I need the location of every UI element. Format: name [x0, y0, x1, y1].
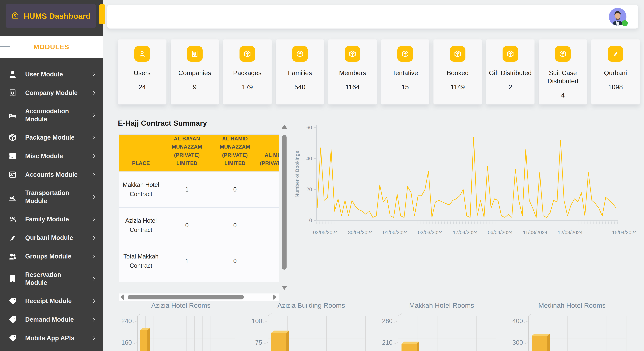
table-column-header: AL HAMID MUNAZZAM (PRIVATE) LIMITED [211, 135, 259, 171]
table-cell-value [259, 279, 279, 282]
svg-text:20: 20 [306, 187, 312, 192]
sidebar-item-label: Accounts Module [25, 171, 84, 179]
sidebar-item-label: Reservation Module [25, 271, 84, 287]
room-chart-medinah-hotel-rooms: Medinah Hotel Rooms400300 [509, 298, 635, 351]
stat-card-booked[interactable]: Booked1149 [434, 40, 482, 105]
table-vertical-scrollbar-thumb[interactable] [282, 135, 286, 270]
sidebar-item-transportation-module[interactable]: Transportation Module [0, 184, 103, 210]
svg-text:01/06/2024: 01/06/2024 [383, 230, 408, 235]
svg-text:0: 0 [309, 218, 312, 223]
stat-card-families[interactable]: Families540 [276, 40, 324, 105]
chevron-right-icon [91, 217, 97, 222]
box-icon [348, 50, 356, 58]
table-cell-value [259, 172, 279, 207]
table-cell-value: 0 [211, 208, 259, 243]
box-icon [401, 50, 409, 58]
box-icon [559, 50, 567, 58]
sidebar-item-company-module[interactable]: Company Module [0, 84, 103, 102]
stat-card-label: Packages [223, 69, 272, 77]
stat-card-value: 24 [118, 83, 166, 91]
room-chart-azizia-hotel-rooms: Azizia Hotel Rooms240160 [118, 298, 244, 351]
sidebar-item-label: Company Module [25, 89, 84, 97]
stat-cards-row: Users24Companies9Packages179Families540M… [118, 40, 640, 105]
stat-card-label: Tentative [381, 69, 430, 77]
stat-card-value: 1149 [434, 83, 482, 91]
box-icon [506, 50, 514, 58]
stat-card-suit-case-distributed[interactable]: Suit Case Distributed4 [539, 40, 587, 105]
sidebar-item-label: User Module [25, 70, 84, 78]
modules-heading-strip: MODULES [0, 36, 103, 58]
stat-card-value: 15 [381, 83, 430, 91]
svg-text:240: 240 [122, 317, 132, 324]
svg-text:02/03/2024: 02/03/2024 [418, 230, 443, 235]
stat-card-gift-distributed[interactable]: Gift Distributed2 [486, 40, 535, 105]
svg-text:60: 60 [306, 125, 312, 131]
table-header-row: PLACEAL BAYAN MUNAZZAM (PRIVATE) LIMITED… [119, 135, 279, 171]
sidebar-toggle-button[interactable] [99, 4, 105, 24]
stat-card-qurbani[interactable]: Qurbani1098 [591, 40, 640, 105]
table-cell-value: 2 [163, 279, 211, 282]
sidebar-item-accounts-module[interactable]: Accounts Module [0, 165, 103, 184]
sidebar-item-label: Transportation Module [25, 189, 84, 205]
table-vertical-scroll-down-arrow[interactable] [282, 286, 287, 290]
sidebar-item-demand-module[interactable]: Demand Module [0, 310, 103, 329]
sidebar-item-accomodation-module[interactable]: Accomodation Module [0, 102, 103, 128]
home-icon [11, 11, 20, 21]
sidebar-item-misc-module[interactable]: Misc Module [0, 147, 103, 165]
stat-card-value: 4 [539, 92, 587, 99]
table-cell-value: 0 [211, 243, 259, 279]
sidebar-item-receipt-module[interactable]: Receipt Module [0, 292, 103, 310]
sidebar-item-qurbani-module[interactable]: Qurbani Module [0, 229, 103, 247]
table-row: Makkah Hotel Contract10 [119, 171, 279, 207]
room-charts-row: Azizia Hotel Rooms240160Azizia Building … [118, 298, 641, 351]
stat-card-companies[interactable]: Companies9 [170, 40, 219, 105]
modules-heading: MODULES [34, 43, 69, 51]
stat-card-value: 1164 [328, 83, 377, 91]
bed-icon [8, 111, 17, 120]
table-row: Total Madinah Contract21 [119, 279, 279, 282]
sidebar-item-reservation-module[interactable]: Reservation Module [0, 266, 103, 292]
chevron-right-icon [91, 153, 97, 159]
svg-text:280: 280 [382, 317, 392, 324]
table-cell-place: Total Madinah Contract [119, 279, 163, 282]
box-icon [296, 50, 304, 58]
stat-card-packages[interactable]: Packages179 [223, 40, 272, 105]
chevron-right-icon [91, 172, 97, 177]
contract-summary-title: E-Hajj Contract Summary [118, 119, 288, 127]
sidebar-item-label: Demand Module [25, 315, 84, 324]
stat-card-members[interactable]: Members1164 [328, 40, 377, 105]
svg-text:75: 75 [255, 339, 262, 346]
chevron-right-icon [91, 317, 97, 322]
topbar [107, 5, 638, 29]
room-chart-title: Azizia Hotel Rooms [118, 298, 244, 312]
chevron-right-icon [91, 72, 97, 77]
chevron-right-icon [91, 254, 97, 259]
stat-card-users[interactable]: Users24 [118, 40, 166, 105]
table-cell-place: Total Makkah Contract [119, 243, 163, 279]
sidebar-item-groups-module[interactable]: Groups Module [0, 247, 103, 266]
knife-icon [612, 50, 620, 58]
sidebar-item-family-module[interactable]: Family Module [0, 210, 103, 229]
brand[interactable]: HUMS Dashboard [6, 4, 96, 28]
stat-card-label: Booked [434, 69, 482, 77]
stat-card-tentative[interactable]: Tentative15 [381, 40, 430, 105]
bookings-line-chart: 6040200Number of Bookings03/05/202430/04… [292, 116, 641, 245]
table-vertical-scroll-up-arrow[interactable] [282, 125, 287, 129]
stat-card-value: 9 [170, 83, 219, 91]
sidebar-item-reports[interactable]: Reports [0, 347, 103, 351]
room-chart-azizia-building-rooms: Azizia Building Rooms10075 [248, 298, 374, 351]
table-column-header: PLACE [119, 135, 163, 171]
sidebar-item-user-module[interactable]: User Module [0, 65, 103, 84]
table-cell-value: 1 [163, 172, 211, 207]
stat-card-label: Suit Case Distributed [539, 69, 587, 85]
chevron-right-icon [91, 335, 97, 341]
svg-text:100: 100 [252, 317, 262, 324]
stat-card-label: Companies [170, 69, 219, 77]
svg-text:Number of Bookings: Number of Bookings [294, 151, 300, 197]
chevron-right-icon [91, 90, 97, 96]
stat-card-label: Families [276, 69, 324, 77]
sidebar-item-mobile-app-apis[interactable]: Mobile App APIs [0, 329, 103, 347]
sidebar-item-package-module[interactable]: Package Module [0, 128, 103, 147]
stat-card-value: 540 [276, 83, 324, 91]
svg-text:17/04/2024: 17/04/2024 [453, 230, 478, 235]
